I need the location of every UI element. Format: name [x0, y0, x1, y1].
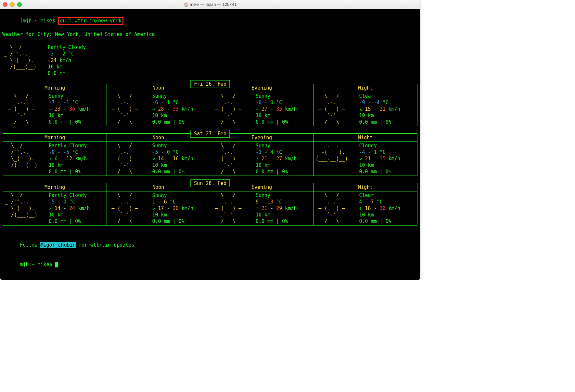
condition-text: Clear [359, 93, 400, 99]
wind-range: ↗ 14 - 16 km/h [152, 155, 193, 162]
current-ascii-icon: \ / _ /"".-. \_( ). /(___(__) [4, 44, 46, 77]
highlighted-command: curl wttr.in/new york [58, 17, 124, 25]
precip-text: 0.0 mm | 0% [256, 119, 297, 125]
forecast-cell: \ / .-. ‒ ( ) ‒ `-' / \ Sunny-5 - 0 °C↗ … [107, 142, 211, 176]
condition-text: Sunny [256, 192, 297, 199]
wind-range: ↑ 21 - 29 km/h [256, 205, 297, 212]
condition-text: Clear [359, 192, 400, 199]
forecast-day: Sat 27. FebMorningNoonEveningNight \ / _… [3, 133, 417, 176]
forecast-cell: \ / .-. ‒ ( ) ‒ `-' / \ Clear4 - 7 °C↑ 1… [314, 191, 417, 225]
forecast-cell: \ / .-. ‒ ( ) ‒ `-' / \ Sunny-6 - 1 °C→ … [107, 92, 211, 126]
home-icon: 🏠 [184, 2, 189, 7]
partly-icon: \ / _ /"".-. \_( ). /(___(__) [5, 192, 47, 225]
visibility-text: 10 km [256, 212, 297, 218]
temp-range: -9 - -4 °C [359, 99, 400, 106]
precip-text: 0.0 mm | 0% [49, 218, 90, 225]
sunny-icon: \ / .-. ‒ ( ) ‒ `-' / \ [109, 142, 151, 175]
condition-text: Sunny [256, 93, 297, 99]
period-header: Morning [3, 134, 107, 141]
temp-range: -1 - 4 °C [256, 149, 297, 155]
current-temp: -3 - 2 °C [48, 51, 86, 57]
date-tab: Sun 28. Feb [190, 179, 230, 187]
visibility-text: 10 km [359, 112, 400, 119]
temp-range: -6 - 1 °C [152, 99, 193, 106]
cursor-icon [55, 262, 58, 267]
date-tab: Sat 27. Feb [190, 130, 230, 138]
visibility-text: 10 km [49, 162, 87, 168]
wind-range: ↑ 18 - 36 km/h [359, 205, 400, 212]
precip-text: 0.0 mm | 0% [256, 168, 297, 175]
partly-icon: \ / _ /"".-. \_( ). /(___(__) [5, 142, 47, 175]
temp-range: -9 - -5 °C [49, 149, 87, 155]
visibility-text: 10 km [152, 162, 193, 168]
precip-text: 0.0 mm | 0% [49, 119, 90, 125]
forecast-cell: \ / .-. ‒ ( ) ‒ `-' / \ Sunny-1 - 4 °C↗ … [210, 142, 314, 176]
forecast-cell: \ / .-. ‒ ( ) ‒ `-' / \ Sunny-7 - -1 °C→… [3, 92, 107, 126]
temp-range: -4 - 1 °C [359, 149, 400, 155]
period-header: Night [314, 84, 417, 92]
condition-text: Cloudy [359, 142, 400, 149]
window-titlebar[interactable]: 🏠 mike — -bash — 125×41 [0, 0, 420, 9]
current-condition: Partly Cloudy [48, 44, 86, 51]
wind-range: ↗ 17 - 20 km/h [152, 205, 193, 212]
precip-text: 0.0 mm | 0% [359, 119, 400, 125]
condition-text: Sunny [256, 142, 297, 149]
current-wind: ↘24 km/h [48, 57, 86, 64]
prompt-line: [mjb:~ mike$ curl wttr.in/new york [2, 10, 418, 31]
wind-range: ↗ 21 - 35 km/h [359, 155, 400, 162]
wind-range: ↘ 15 - 21 km/h [359, 106, 400, 112]
wind-range: → 27 - 35 km/h [256, 106, 297, 112]
condition-text: Sunny [152, 142, 193, 149]
period-header: Morning [3, 84, 107, 92]
sunny-icon: \ / .-. ‒ ( ) ‒ `-' / \ [212, 142, 254, 175]
current-precip: 0.0 mm [48, 70, 86, 77]
precip-text: 0.0 mm | 0% [152, 119, 193, 125]
twitter-handle[interactable]: @igor_chubin [40, 242, 75, 248]
visibility-text: 10 km [49, 212, 90, 218]
condition-text: Partly Cloudy [49, 192, 90, 199]
current-visibility: 16 km [48, 64, 86, 70]
forecast-cell: \ / _ /"".-. \_( ). /(___(__) Partly Clo… [3, 142, 107, 176]
wind-range: → 23 - 36 km/h [49, 106, 90, 112]
cloudy-icon: .--. .-( ). (___.__)__) [316, 142, 358, 175]
terminal-window: 🏠 mike — -bash — 125×41 [mjb:~ mike$ cur… [0, 0, 420, 280]
temp-range: -5 - 0 °C [49, 199, 90, 205]
visibility-text: 10 km [256, 162, 297, 168]
visibility-text: 10 km [49, 112, 90, 119]
forecast-cell: \ / .-. ‒ ( ) ‒ `-' / \ Sunny1 - 6 °C↗ 1… [107, 191, 211, 225]
visibility-text: 10 km [256, 112, 297, 119]
forecast-cell: .--. .-( ). (___.__)__) Cloudy-4 - 1 °C↗… [314, 142, 417, 176]
sunny-icon: \ / .-. ‒ ( ) ‒ `-' / \ [316, 93, 358, 125]
current-conditions: \ / _ /"".-. \_( ). /(___(__) Partly Clo… [2, 44, 418, 77]
forecast-cell: \ / _ /"".-. \_( ). /(___(__) Partly Clo… [3, 191, 107, 225]
period-header: Night [314, 134, 417, 141]
precip-text: 0.0 mm | 0% [152, 218, 193, 225]
visibility-text: 10 km [152, 212, 193, 218]
condition-text: Sunny [152, 93, 193, 99]
sunny-icon: \ / .-. ‒ ( ) ‒ `-' / \ [212, 93, 254, 125]
forecast-day: Sun 28. FebMorningNoonEveningNight \ / _… [3, 183, 417, 226]
wind-range: → 28 - 33 km/h [152, 106, 193, 112]
terminal-body[interactable]: [mjb:~ mike$ curl wttr.in/new york Weath… [0, 9, 420, 280]
sunny-icon: \ / .-. ‒ ( ) ‒ `-' / \ [5, 93, 47, 125]
temp-range: 1 - 6 °C [152, 199, 193, 205]
period-header: Night [314, 183, 417, 191]
temp-range: -7 - -1 °C [49, 99, 90, 106]
precip-text: 0.0 mm | 0% [359, 168, 400, 175]
forecast-day: Fri 26. FebMorningNoonEveningNight \ / .… [3, 84, 417, 126]
temp-range: 9 - 13 °C [256, 199, 297, 205]
condition-text: Partly Cloudy [49, 142, 87, 149]
condition-text: Sunny [49, 93, 90, 99]
precip-text: 0.0 mm | 0% [256, 218, 297, 225]
forecast-cell: \ / .-. ‒ ( ) ‒ `-' / \ Sunny9 - 13 °C↑ … [210, 191, 314, 225]
temp-range: 4 - 7 °C [359, 199, 400, 205]
sunny-icon: \ / .-. ‒ ( ) ‒ `-' / \ [316, 192, 358, 225]
window-title: 🏠 mike — -bash — 125×41 [0, 1, 420, 8]
period-header: Morning [3, 183, 107, 191]
visibility-text: 10 km [359, 162, 400, 168]
temp-range: -6 - 0 °C [256, 99, 297, 106]
visibility-text: 10 km [359, 212, 400, 218]
prompt-line-2[interactable]: mjb:~ mike$ [2, 255, 418, 274]
weather-header: Weather for City: New York, United State… [2, 31, 418, 38]
precip-text: 0.0 mm | 0% [152, 168, 193, 175]
